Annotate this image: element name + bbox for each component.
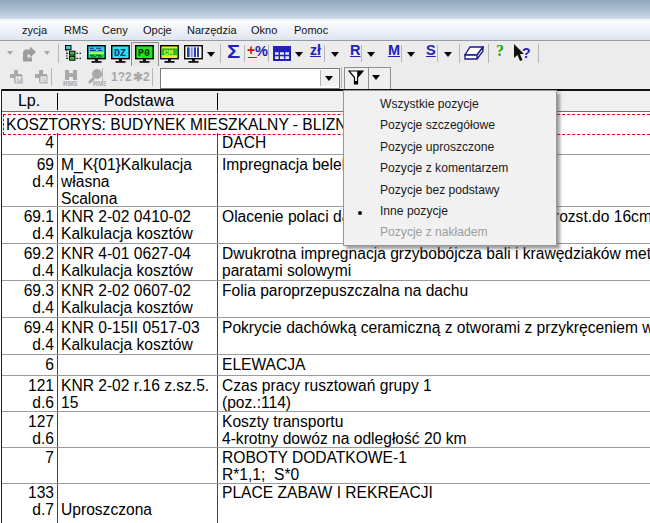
svg-text:RMS: RMS <box>63 80 78 87</box>
svg-text:CM: CM <box>163 48 173 57</box>
svg-text:M: M <box>17 77 23 84</box>
svg-text:S: S <box>42 77 47 84</box>
svg-text:P0: P0 <box>138 48 150 59</box>
svg-text:RMS: RMS <box>93 80 106 87</box>
svg-text:DZ: DZ <box>114 48 126 59</box>
svg-text:?: ? <box>522 45 531 61</box>
